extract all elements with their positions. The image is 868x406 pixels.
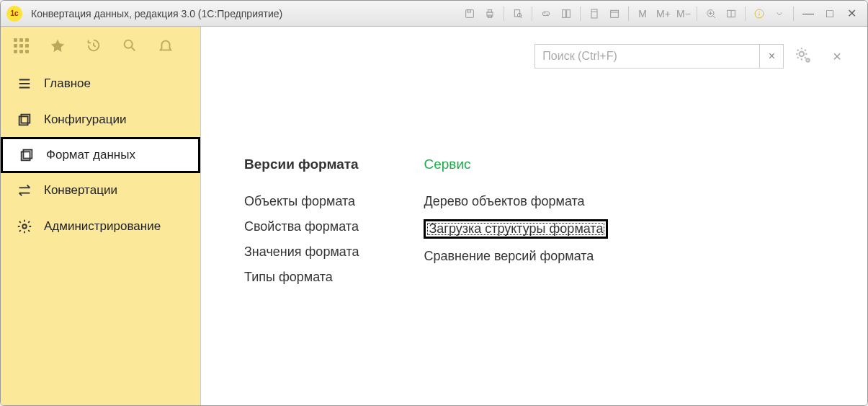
search-input[interactable] [534, 44, 759, 69]
stack-icon [19, 147, 35, 163]
svg-rect-31 [22, 151, 30, 160]
link-values[interactable]: Значения формата [244, 244, 359, 260]
link-load-structure[interactable]: Загрузка структуры формата [424, 219, 608, 239]
column-title: Версии формата [244, 156, 359, 172]
memory-m-plus[interactable]: M+ [653, 8, 672, 19]
svg-point-34 [800, 51, 805, 56]
search-box: × [534, 44, 784, 69]
sidebar: Главное Конфигурации Формат данных Конве… [1, 27, 201, 405]
sidebar-quickbar [1, 27, 200, 66]
bell-icon[interactable] [158, 37, 174, 56]
svg-line-17 [713, 15, 715, 17]
svg-point-22 [759, 12, 760, 12]
svg-marker-23 [51, 39, 64, 51]
zoom-icon[interactable] [702, 4, 720, 23]
star-icon[interactable] [50, 37, 66, 56]
svg-rect-30 [21, 115, 30, 123]
link-objects[interactable]: Объекты формата [244, 194, 359, 209]
svg-rect-3 [488, 9, 491, 12]
apps-icon[interactable] [14, 38, 30, 54]
sidebar-item-label: Администрирование [44, 219, 161, 234]
svg-point-24 [125, 40, 133, 48]
menu-icon [17, 76, 32, 92]
svg-rect-1 [467, 9, 471, 12]
svg-point-35 [807, 58, 810, 61]
svg-line-7 [521, 17, 522, 18]
calculator-icon[interactable] [585, 4, 604, 23]
sidebar-item-configs[interactable]: Конфигурации [1, 102, 200, 138]
sidebar-item-conversions[interactable]: Конвертации [1, 172, 200, 208]
svg-rect-10 [591, 9, 597, 18]
svg-rect-32 [23, 150, 32, 159]
svg-point-33 [22, 224, 27, 229]
search-clear-button[interactable]: × [759, 44, 784, 69]
sidebar-item-label: Главное [44, 76, 91, 91]
memory-m-minus[interactable]: M− [674, 8, 692, 19]
titlebar-toolbar: M M+ M− — □ ✕ [460, 4, 862, 23]
link-properties[interactable]: Свойства формата [244, 219, 359, 234]
sidebar-item-data-format[interactable]: Формат данных [1, 137, 200, 173]
window-minimize[interactable]: — [798, 7, 818, 20]
link-icon[interactable] [537, 4, 555, 23]
stack-icon [17, 112, 32, 128]
panels-icon[interactable] [722, 4, 741, 23]
panel-close-button[interactable]: × [833, 48, 841, 65]
window-close[interactable]: ✕ [841, 6, 862, 20]
compare-icon[interactable] [557, 4, 576, 23]
dropdown-icon[interactable] [770, 4, 789, 23]
sidebar-item-label: Формат данных [46, 148, 135, 162]
history-icon[interactable] [86, 37, 102, 56]
link-types[interactable]: Типы формата [244, 270, 359, 285]
link-compare-versions[interactable]: Сравнение версий формата [424, 249, 608, 264]
sidebar-item-label: Конвертации [44, 183, 117, 198]
memory-m[interactable]: M [633, 8, 652, 19]
link-object-tree[interactable]: Дерево объектов формата [424, 194, 608, 209]
swap-icon [17, 182, 32, 198]
svg-rect-9 [567, 9, 571, 17]
titlebar: 1c Конвертация данных, редакция 3.0 (1С:… [1, 1, 867, 27]
app-logo: 1c [6, 6, 22, 22]
gear-icon [17, 219, 32, 234]
column-format-versions: Версии формата Объекты формата Свойства … [244, 156, 359, 285]
search-icon[interactable] [122, 37, 138, 56]
main-panel: × × Версии формата Объекты формата Свойс… [201, 27, 867, 405]
svg-rect-8 [563, 9, 566, 17]
preview-icon[interactable] [509, 4, 527, 23]
sidebar-item-admin[interactable]: Администрирование [1, 208, 200, 244]
print-icon[interactable] [480, 4, 499, 23]
svg-line-25 [132, 47, 135, 50]
window-maximize[interactable]: □ [820, 7, 840, 20]
settings-icon[interactable] [794, 46, 813, 67]
sidebar-item-main[interactable]: Главное [1, 66, 200, 102]
sidebar-item-label: Конфигурации [44, 112, 126, 127]
column-title: Сервис [424, 156, 608, 172]
save-icon[interactable] [460, 4, 479, 23]
info-icon[interactable] [750, 4, 769, 23]
svg-rect-29 [19, 116, 28, 125]
column-service: Сервис Дерево объектов формата Загрузка … [424, 156, 608, 285]
window-title: Конвертация данных, редакция 3.0 (1С:Пре… [31, 8, 282, 19]
svg-rect-12 [611, 10, 619, 17]
calendar-icon[interactable] [605, 4, 624, 23]
